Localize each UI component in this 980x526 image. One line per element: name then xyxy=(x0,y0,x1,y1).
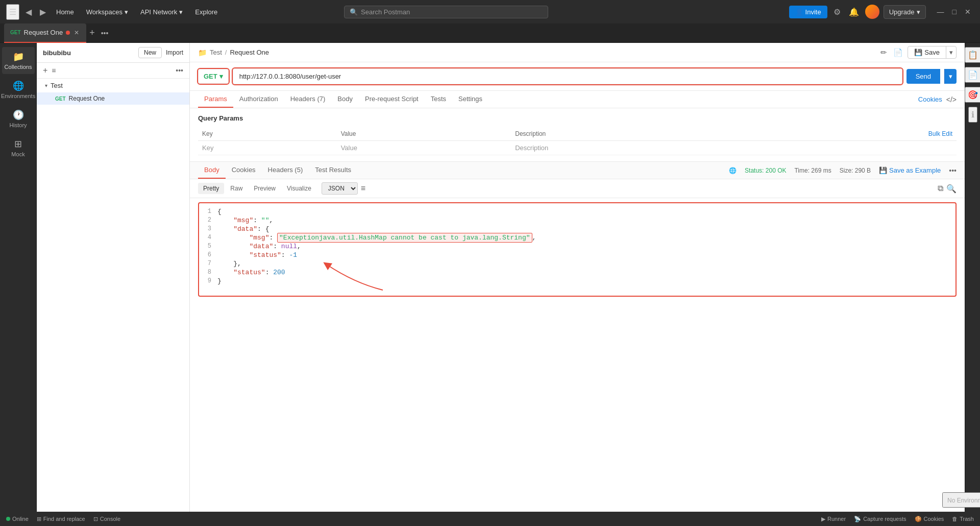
fmt-preview[interactable]: Preview xyxy=(249,183,281,194)
new-button[interactable]: New xyxy=(138,47,162,58)
avatar[interactable] xyxy=(865,5,879,19)
minimize-button[interactable]: — xyxy=(934,7,947,17)
close-button[interactable]: ✕ xyxy=(962,7,974,17)
search-placeholder: Search Postman xyxy=(361,8,410,16)
right-panel-1[interactable]: 📋 xyxy=(965,47,981,63)
save-example-button[interactable]: 💾 Save as Example xyxy=(879,166,941,174)
chevron-down-icon: ▾ xyxy=(45,83,47,88)
value-cell[interactable]: Value xyxy=(337,141,511,155)
resp-tab-cookies[interactable]: Cookies xyxy=(226,162,262,179)
notifications-icon[interactable]: 🔔 xyxy=(847,5,861,19)
collection-item[interactable]: ▾ Test xyxy=(37,79,189,92)
params-section: Query Params Key Value Description Bulk … xyxy=(190,108,965,161)
trash-button[interactable]: 🗑 Trash xyxy=(952,516,974,522)
key-cell[interactable]: Key xyxy=(198,141,337,155)
breadcrumb-separator: / xyxy=(225,49,227,56)
maximize-button[interactable]: □ xyxy=(949,7,960,17)
tab-params[interactable]: Params xyxy=(198,91,233,108)
fmt-raw[interactable]: Raw xyxy=(225,183,248,194)
upgrade-button[interactable]: Upgrade ▾ xyxy=(884,5,926,19)
new-tab-button[interactable]: + xyxy=(86,28,98,38)
format-options-button[interactable]: ≡ xyxy=(361,184,365,193)
sidebar-item-environments[interactable]: 🌐 Environments xyxy=(2,76,35,103)
code-line-4: 4 "msg": "Exceptionjava.util.HashMap can… xyxy=(199,233,955,242)
forward-button[interactable]: ▶ xyxy=(38,5,48,19)
sidebar-item-collections[interactable]: 📁 Collections xyxy=(2,47,35,74)
method-select[interactable]: GET ▾ xyxy=(198,69,229,84)
console-button[interactable]: ⊡ Console xyxy=(93,516,120,522)
api-network-menu[interactable]: API Network ▾ xyxy=(136,6,187,18)
status-size-label: Size: 290 B xyxy=(840,167,871,174)
tab-pre-request[interactable]: Pre-request Script xyxy=(359,91,425,108)
back-button[interactable]: ◀ xyxy=(23,5,34,19)
main-layout: 📁 Collections 🌐 Environments 🕐 History ⊞… xyxy=(0,43,980,512)
find-replace-button[interactable]: ⊞ Find and replace xyxy=(37,516,85,522)
workspaces-menu[interactable]: Workspaces ▾ xyxy=(82,6,132,18)
tab-body[interactable]: Body xyxy=(331,91,359,108)
menu-icon[interactable]: ☰ xyxy=(6,4,19,20)
settings-icon[interactable]: ⚙ xyxy=(831,5,843,19)
sidebar-item-history[interactable]: 🕐 History xyxy=(2,105,35,132)
fmt-visualize[interactable]: Visualize xyxy=(282,183,316,194)
sidebar-mock-label: Mock xyxy=(11,151,24,157)
home-link[interactable]: Home xyxy=(52,6,78,18)
response-more-button[interactable]: ••• xyxy=(949,166,957,175)
online-indicator[interactable]: Online xyxy=(6,516,29,522)
tab-authorization[interactable]: Authorization xyxy=(233,91,284,108)
resp-tab-test-results[interactable]: Test Results xyxy=(309,162,357,179)
breadcrumb-parent[interactable]: Test xyxy=(210,49,222,56)
left-panel-toolbar: + ≡ ••• xyxy=(37,63,189,79)
cookies-button[interactable]: 🍪 Cookies xyxy=(915,516,944,522)
invite-button[interactable]: 👤 Invite xyxy=(789,6,827,18)
resp-tab-headers[interactable]: Headers (5) xyxy=(262,162,309,179)
import-button[interactable]: Import xyxy=(166,49,183,56)
format-select[interactable]: JSON XML HTML Text xyxy=(322,182,358,195)
collections-more-button[interactable]: ••• xyxy=(176,66,183,75)
description-button[interactable]: 📄 xyxy=(892,46,904,59)
fmt-pretty[interactable]: Pretty xyxy=(198,183,224,194)
sidebar-item-mock[interactable]: ⊞ Mock xyxy=(2,134,35,161)
send-button[interactable]: Send xyxy=(906,69,940,84)
unsaved-indicator xyxy=(66,31,70,35)
edit-button[interactable]: ✏ xyxy=(879,46,889,59)
tab-close-button[interactable]: ✕ xyxy=(73,29,80,36)
code-line-5: 5 "data": null, xyxy=(199,242,955,251)
bottom-bar-right: ▶ Runner 📡 Capture requests 🍪 Cookies 🗑 … xyxy=(821,516,974,522)
code-button[interactable]: </> xyxy=(946,95,957,104)
add-collection-button[interactable]: + xyxy=(43,66,47,75)
description-cell[interactable]: Description xyxy=(511,141,957,155)
save-dropdown-button[interactable]: ▾ xyxy=(946,46,956,58)
code-line-3: 3 "data": { xyxy=(199,225,955,233)
runner-button[interactable]: ▶ Runner xyxy=(821,516,846,522)
bulk-edit-button[interactable]: Bulk Edit xyxy=(928,130,952,137)
send-dropdown-button[interactable]: ▾ xyxy=(944,69,957,84)
sub-item-request-one[interactable]: GET Request One xyxy=(37,92,189,105)
tab-more-button[interactable]: ••• xyxy=(98,29,112,37)
mock-icon: ⊞ xyxy=(14,138,22,150)
tab-tests[interactable]: Tests xyxy=(425,91,452,108)
filter-button[interactable]: ≡ xyxy=(52,66,56,75)
sidebar-collections-label: Collections xyxy=(5,64,32,70)
code-line-1: 1 { xyxy=(199,207,955,216)
request-bar: GET ▾ Send ▾ xyxy=(190,62,965,91)
environments-icon: 🌐 xyxy=(13,80,24,91)
right-panel-3[interactable]: 🎯 xyxy=(965,87,981,103)
code-editor[interactable]: 1 { 2 "msg": "", 3 "data": { 4 "ms xyxy=(198,202,957,297)
search-button[interactable]: 🔍 xyxy=(946,184,957,194)
save-button[interactable]: 💾 Save xyxy=(908,46,946,58)
capture-button[interactable]: 📡 Capture requests xyxy=(854,516,906,522)
search-bar[interactable]: 🔍 Search Postman xyxy=(344,6,548,18)
tab-settings[interactable]: Settings xyxy=(452,91,488,108)
chevron-down-icon: ▾ xyxy=(917,8,920,16)
copy-button[interactable]: ⧉ xyxy=(938,184,943,194)
right-panel-2[interactable]: 📄 xyxy=(965,67,981,83)
tab-headers[interactable]: Headers (7) xyxy=(284,91,332,108)
explore-link[interactable]: Explore xyxy=(191,6,222,18)
resp-tab-body[interactable]: Body xyxy=(198,162,226,179)
right-panel-4[interactable]: ℹ xyxy=(968,107,977,123)
active-tab[interactable]: GET Request One ✕ xyxy=(4,23,86,43)
request-tabs: Params Authorization Headers (7) Body Pr… xyxy=(190,91,965,108)
capture-icon: 📡 xyxy=(854,516,861,522)
url-input[interactable] xyxy=(233,68,902,84)
cookies-link[interactable]: Cookies xyxy=(918,95,942,103)
